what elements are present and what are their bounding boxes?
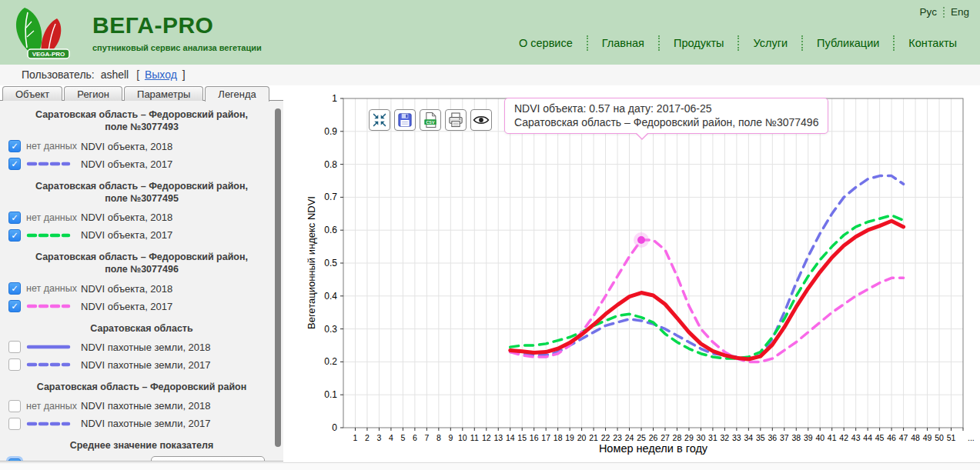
sidebar-scrollbar[interactable]: [275, 108, 281, 447]
x-tick-label: 45: [875, 433, 885, 442]
legend-checkbox[interactable]: ✓: [8, 229, 21, 242]
legend-swatch-zone: нет данных: [26, 401, 74, 412]
x-tick-label: 31: [708, 433, 717, 442]
header: VEGA-PRO ВЕГА-PRO спутниковый сервис ана…: [0, 0, 980, 65]
legend-item: ✓NDVI объекта, 2017: [8, 298, 283, 315]
legend-checkbox[interactable]: ✓: [8, 140, 21, 152]
x-tick-label: 8: [436, 433, 441, 442]
print-icon: [447, 111, 465, 129]
x-tick-label: 41: [828, 433, 837, 442]
tab-legend[interactable]: Легенда: [205, 86, 269, 102]
visibility-button[interactable]: [470, 109, 492, 131]
tooltip-line1: NDVI объекта: 0.57 на дату: 2017-06-25: [514, 102, 818, 115]
legend-swatch-zone: [26, 343, 74, 351]
highlighted-data-point[interactable]: [637, 236, 645, 244]
nav-item-products[interactable]: Продукты: [658, 35, 738, 51]
x-tick-label: 2: [365, 433, 370, 442]
logout-link[interactable]: Выход: [145, 68, 177, 81]
x-tick-label: 25: [637, 433, 646, 442]
legend-item: NDVI пахотные земли, 2017: [8, 415, 283, 432]
legend-group-title: Саратовская область – Федоровский район,…: [23, 108, 260, 134]
chart-toolbar: CSV: [369, 109, 496, 131]
x-tick-label: 6: [413, 433, 417, 442]
legend-panel: Саратовская область – Федоровский район,…: [0, 100, 283, 462]
x-tick-label: 5: [400, 433, 405, 442]
eye-icon: [472, 111, 490, 129]
x-tick-label: 7: [424, 433, 429, 442]
x-tick-label: 24: [625, 433, 634, 442]
lang-eng[interactable]: Eng: [951, 6, 969, 18]
x-tick-label: 15: [517, 433, 527, 442]
legend-checkbox[interactable]: ✓: [8, 458, 21, 462]
tab-region[interactable]: Регион: [64, 86, 122, 101]
x-tick-label: 39: [804, 433, 813, 442]
legend-group-title: Саратовская область – Федоровский район,…: [23, 251, 260, 276]
lang-separator: [943, 7, 945, 18]
green-leaf-icon: [16, 8, 42, 54]
save-icon: [396, 111, 414, 129]
nav-item-about[interactable]: О сервисе: [505, 35, 587, 51]
legend-item: ✓NDVI объекта, 2017: [8, 227, 283, 243]
tab-parameters[interactable]: Параметры: [124, 86, 203, 101]
x-tick-label: 17: [541, 433, 550, 442]
y-tick-label: 0.1: [324, 389, 337, 400]
x-tick-label: 50: [935, 433, 944, 442]
legend-item: ✓NDVI объектаСохранить как норму: [8, 456, 283, 462]
lang-rus[interactable]: Рус: [920, 6, 937, 18]
legend-checkbox[interactable]: ✓: [8, 282, 21, 295]
x-tick-label: 36: [768, 433, 777, 442]
legend-checkbox[interactable]: [8, 358, 21, 371]
legend-checkbox[interactable]: ✓: [8, 212, 21, 224]
print-button[interactable]: [445, 109, 467, 131]
no-data-label: нет данных: [26, 283, 77, 294]
no-data-label: нет данных: [26, 212, 77, 223]
nav-item-main[interactable]: Главная: [587, 35, 658, 51]
y-tick-label: 0: [332, 422, 337, 433]
x-tick-label: 10: [458, 433, 467, 442]
x-overflow-label: ...: [968, 433, 975, 442]
nav-item-services[interactable]: Услуги: [738, 35, 801, 51]
legend-item: ✓нет данныхNDVI объекта, 2018: [8, 209, 283, 225]
nav-item-contacts[interactable]: Контакты: [893, 35, 971, 51]
legend-group: Среднее значение показателя✓NDVI объекта…: [0, 439, 283, 462]
legend-group: Саратовская область – Федоровский районн…: [0, 381, 283, 432]
legend-checkbox[interactable]: [8, 400, 21, 412]
legend-group: Саратовская область – Федоровский район,…: [0, 251, 283, 315]
x-tick-label: 35: [756, 433, 765, 442]
bracket: ]: [182, 68, 186, 81]
legend-swatch-zone: [26, 461, 74, 462]
x-tick-label: 32: [721, 433, 730, 442]
legend-item-label: NDVI объекта, 2018: [81, 212, 172, 223]
bracket: [: [136, 68, 139, 81]
save-as-norm-button[interactable]: Сохранить как норму: [151, 456, 265, 462]
legend-groups: Саратовская область – Федоровский район,…: [0, 108, 283, 462]
legend-item-label: NDVI объекта, 2017: [81, 301, 172, 312]
no-data-label: нет данных: [26, 141, 77, 152]
legend-checkbox[interactable]: ✓: [8, 158, 21, 170]
app-subtitle: спутниковый сервис анализа вегетации: [92, 43, 262, 52]
x-tick-label: 47: [899, 433, 908, 442]
x-tick-label: 26: [649, 433, 658, 442]
legend-line-swatch: [26, 232, 71, 239]
legend-checkbox[interactable]: [8, 418, 21, 430]
nav-item-publications[interactable]: Публикации: [801, 35, 893, 51]
legend-swatch-zone: [26, 420, 74, 428]
save-image-button[interactable]: [394, 109, 416, 131]
x-tick-label: 40: [815, 433, 824, 442]
legend-checkbox[interactable]: ✓: [8, 300, 21, 312]
export-csv-button[interactable]: CSV: [420, 109, 441, 131]
x-tick-label: 49: [923, 433, 932, 442]
legend-swatch-zone: нет данных: [26, 141, 74, 152]
tab-object[interactable]: Объект: [2, 86, 62, 101]
y-tick-label: 0.6: [324, 225, 337, 235]
x-tick-label: 27: [661, 433, 670, 442]
x-tick-label: 16: [530, 433, 539, 442]
collapse-button[interactable]: [369, 109, 390, 131]
chart-tooltip: NDVI объекта: 0.57 на дату: 2017-06-25 С…: [504, 98, 828, 134]
x-tick-label: 44: [863, 433, 872, 442]
legend-item: ✓нет данныхNDVI объекта, 2018: [8, 281, 283, 297]
x-tick-label: 11: [470, 433, 479, 442]
x-tick-label: 43: [851, 433, 861, 442]
x-tick-label: 12: [482, 433, 491, 442]
legend-checkbox[interactable]: [8, 341, 21, 353]
